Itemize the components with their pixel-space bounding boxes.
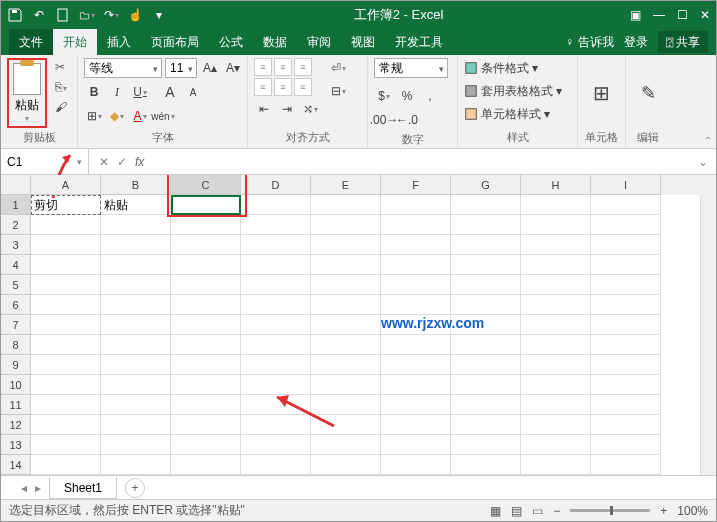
cell-E3[interactable] <box>311 235 381 255</box>
cell-E5[interactable] <box>311 275 381 295</box>
redo-icon[interactable]: ↷ <box>103 7 119 23</box>
cell-I3[interactable] <box>591 235 661 255</box>
select-all-corner[interactable] <box>1 175 31 195</box>
row-header-13[interactable]: 13 <box>1 435 31 455</box>
row-header-7[interactable]: 7 <box>1 315 31 335</box>
cell-G2[interactable] <box>451 215 521 235</box>
format-table-button[interactable]: 套用表格格式 ▾ <box>464 81 562 101</box>
cell-C11[interactable] <box>171 395 241 415</box>
minimize-icon[interactable]: — <box>653 8 665 22</box>
cell-D1[interactable] <box>241 195 311 215</box>
cell-C4[interactable] <box>171 255 241 275</box>
cell-C6[interactable] <box>171 295 241 315</box>
cell-E1[interactable] <box>311 195 381 215</box>
cell-H13[interactable] <box>521 435 591 455</box>
cell-A9[interactable] <box>31 355 101 375</box>
cell-G13[interactable] <box>451 435 521 455</box>
cell-E7[interactable] <box>311 315 381 335</box>
cell-D5[interactable] <box>241 275 311 295</box>
cell-D4[interactable] <box>241 255 311 275</box>
cell-F3[interactable] <box>381 235 451 255</box>
cell-C10[interactable] <box>171 375 241 395</box>
tell-me[interactable]: ♀ 告诉我 <box>565 34 613 51</box>
cell-A13[interactable] <box>31 435 101 455</box>
cell-C7[interactable] <box>171 315 241 335</box>
cell-F5[interactable] <box>381 275 451 295</box>
cell-G1[interactable] <box>451 195 521 215</box>
cell-E13[interactable] <box>311 435 381 455</box>
cell-C14[interactable] <box>171 455 241 475</box>
cell-G11[interactable] <box>451 395 521 415</box>
cell-F14[interactable] <box>381 455 451 475</box>
cell-D14[interactable] <box>241 455 311 475</box>
cell-H12[interactable] <box>521 415 591 435</box>
cell-I11[interactable] <box>591 395 661 415</box>
cells-icon[interactable]: ⊞ <box>592 83 612 103</box>
expand-formula-icon[interactable]: ⌄ <box>690 155 716 169</box>
paste-button[interactable]: 粘贴 ▾ <box>7 58 47 128</box>
cell-G8[interactable] <box>451 335 521 355</box>
align-right-icon[interactable]: ≡ <box>294 78 312 96</box>
cell-G5[interactable] <box>451 275 521 295</box>
cell-F4[interactable] <box>381 255 451 275</box>
cell-H2[interactable] <box>521 215 591 235</box>
vertical-scrollbar[interactable] <box>700 195 716 475</box>
cell-A8[interactable] <box>31 335 101 355</box>
tab-dev[interactable]: 开发工具 <box>385 29 453 55</box>
cell-E9[interactable] <box>311 355 381 375</box>
cell-I8[interactable] <box>591 335 661 355</box>
cell-B4[interactable] <box>101 255 171 275</box>
col-header-E[interactable]: E <box>311 175 381 195</box>
cell-C2[interactable] <box>171 215 241 235</box>
cell-H6[interactable] <box>521 295 591 315</box>
view-pagebreak-icon[interactable]: ▭ <box>532 504 543 518</box>
view-layout-icon[interactable]: ▤ <box>511 504 522 518</box>
maximize-icon[interactable]: ☐ <box>677 8 688 22</box>
col-header-F[interactable]: F <box>381 175 451 195</box>
decrease-font-icon[interactable]: A▾ <box>223 58 243 78</box>
cell-A1[interactable]: 剪切 <box>31 195 101 215</box>
row-header-8[interactable]: 8 <box>1 335 31 355</box>
dec-decimal-icon[interactable]: ←.0 <box>397 110 417 130</box>
cell-D13[interactable] <box>241 435 311 455</box>
cell-B6[interactable] <box>101 295 171 315</box>
new-icon[interactable] <box>55 7 71 23</box>
cell-B11[interactable] <box>101 395 171 415</box>
cell-D12[interactable] <box>241 415 311 435</box>
cell-I12[interactable] <box>591 415 661 435</box>
comma-icon[interactable]: , <box>420 86 440 106</box>
italic-button[interactable]: I <box>107 82 127 102</box>
font-grow-icon[interactable]: A <box>160 82 180 102</box>
zoom-in-icon[interactable]: + <box>660 504 667 518</box>
cut-icon[interactable]: ✂ <box>55 60 71 74</box>
cell-H3[interactable] <box>521 235 591 255</box>
row-header-5[interactable]: 5 <box>1 275 31 295</box>
cell-F2[interactable] <box>381 215 451 235</box>
row-header-4[interactable]: 4 <box>1 255 31 275</box>
fill-color-icon[interactable]: ◆ <box>107 106 127 126</box>
cell-A3[interactable] <box>31 235 101 255</box>
cell-A2[interactable] <box>31 215 101 235</box>
cell-B14[interactable] <box>101 455 171 475</box>
zoom-out-icon[interactable]: − <box>553 504 560 518</box>
inc-decimal-icon[interactable]: .00→ <box>374 110 394 130</box>
cell-D10[interactable] <box>241 375 311 395</box>
align-middle-icon[interactable]: ≡ <box>274 58 292 76</box>
cell-C8[interactable] <box>171 335 241 355</box>
row-header-12[interactable]: 12 <box>1 415 31 435</box>
cell-E6[interactable] <box>311 295 381 315</box>
login-link[interactable]: 登录 <box>624 34 648 51</box>
cell-H10[interactable] <box>521 375 591 395</box>
cell-I4[interactable] <box>591 255 661 275</box>
cell-G14[interactable] <box>451 455 521 475</box>
cell-D8[interactable] <box>241 335 311 355</box>
cell-G3[interactable] <box>451 235 521 255</box>
cell-B7[interactable] <box>101 315 171 335</box>
cell-B2[interactable] <box>101 215 171 235</box>
cell-A5[interactable] <box>31 275 101 295</box>
enter-formula-icon[interactable]: ✓ <box>117 155 127 169</box>
cell-C5[interactable] <box>171 275 241 295</box>
percent-icon[interactable]: % <box>397 86 417 106</box>
cell-B12[interactable] <box>101 415 171 435</box>
format-painter-icon[interactable]: 🖌 <box>55 100 71 114</box>
